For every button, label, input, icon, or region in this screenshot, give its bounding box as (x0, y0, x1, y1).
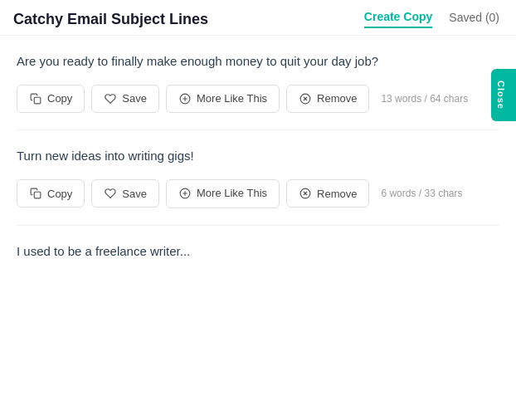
copy-button-2[interactable]: Copy (17, 179, 85, 208)
save-button-1[interactable]: Save (91, 85, 159, 113)
remove-icon-1 (299, 92, 312, 105)
result-text-1: Are you ready to finally make enough mon… (17, 52, 499, 71)
plus-circle-icon-1 (178, 92, 192, 105)
page-title: Catchy Email Subject Lines (13, 11, 208, 28)
heart-icon-1 (104, 92, 117, 105)
plus-circle-icon-2 (178, 187, 192, 200)
copy-icon-2 (29, 187, 42, 200)
svg-rect-7 (34, 193, 41, 199)
result-item-3: I used to be a freelance writer... (17, 226, 499, 291)
main-content: Are you ready to finally make enough mon… (0, 36, 516, 291)
save-button-2[interactable]: Save (91, 179, 159, 208)
result-actions-2: Copy Save More Like This (17, 179, 499, 208)
word-count-2: 6 words / 33 chars (381, 188, 462, 199)
more-like-this-button-1[interactable]: More Like This (166, 85, 280, 114)
remove-button-2[interactable]: Remove (286, 179, 369, 208)
more-like-this-button-2[interactable]: More Like This (166, 179, 280, 208)
result-actions-1: Copy Save More Like This (17, 85, 499, 114)
result-item-1: Are you ready to finally make enough mon… (17, 36, 499, 130)
tab-saved[interactable]: Saved (0) (449, 11, 499, 27)
copy-button-1[interactable]: Copy (17, 85, 85, 113)
header-tabs: Create Copy Saved (0) (364, 10, 499, 28)
page-header: Catchy Email Subject Lines Create Copy S… (0, 0, 516, 36)
remove-icon-2 (299, 187, 312, 200)
heart-icon-2 (104, 187, 117, 200)
result-item-2: Turn new ideas into writing gigs! Copy (17, 130, 499, 225)
svg-rect-0 (34, 97, 41, 104)
close-tab-label: Close (496, 81, 506, 110)
result-text-3: I used to be a freelance writer... (17, 242, 499, 261)
close-tab[interactable]: Close (491, 69, 516, 121)
word-count-1: 13 words / 64 chars (381, 93, 468, 105)
tab-create-copy[interactable]: Create Copy (364, 10, 432, 28)
result-text-2: Turn new ideas into writing gigs! (17, 147, 499, 166)
remove-button-1[interactable]: Remove (286, 85, 369, 113)
copy-icon-1 (29, 92, 42, 105)
